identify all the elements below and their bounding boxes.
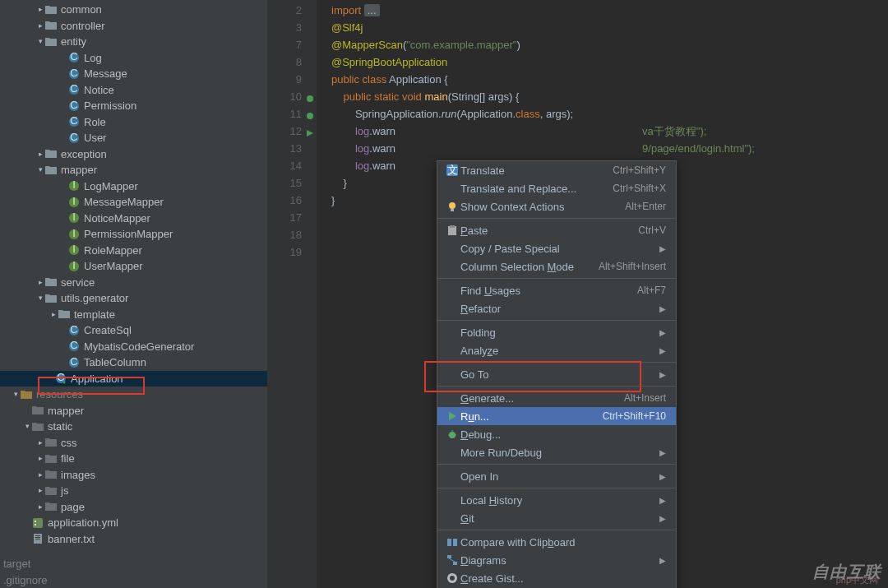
menu-git[interactable]: Git▶ xyxy=(437,509,676,527)
folder-icon xyxy=(44,292,58,305)
tree-item-role[interactable]: CRole xyxy=(0,114,267,131)
tree-item-common[interactable]: ▸common xyxy=(0,2,267,18)
tree-item-controller[interactable]: ▸controller xyxy=(0,18,267,35)
tree-item-file[interactable]: ▸file xyxy=(0,451,267,467)
tree-item-user[interactable]: CUser xyxy=(0,130,267,146)
expand-arrow[interactable]: ▾ xyxy=(36,162,44,178)
menu-shortcut: Alt+F7 xyxy=(637,285,666,296)
tree-item-images[interactable]: ▸images xyxy=(0,467,267,484)
menu-show-context-actions[interactable]: Show Context ActionsAlt+Enter xyxy=(437,197,676,215)
tree-item-application[interactable]: CApplication xyxy=(0,371,267,387)
menu-go-to[interactable]: Go To▶ xyxy=(437,365,676,383)
folder-g-icon xyxy=(44,468,58,481)
tree-item-message[interactable]: CMessage xyxy=(0,66,267,82)
tree-item-createsql[interactable]: CCreateSql xyxy=(0,322,267,339)
expand-arrow[interactable]: ▸ xyxy=(36,146,44,163)
tree-item-js[interactable]: ▸js xyxy=(0,483,267,499)
expand-arrow[interactable]: ▸ xyxy=(36,483,44,499)
tree-item-service[interactable]: ▸service xyxy=(0,275,267,291)
expand-arrow[interactable]: ▸ xyxy=(49,307,58,323)
svg-text:C: C xyxy=(70,356,77,368)
svg-text:C: C xyxy=(70,324,77,336)
menu-paste[interactable]: PasteCtrl+V xyxy=(437,221,676,239)
menu-find-usages[interactable]: Find UsagesAlt+F7 xyxy=(437,281,676,299)
menu-create-gist[interactable]: Create Gist... xyxy=(437,569,676,587)
menu-open-in[interactable]: Open In▶ xyxy=(437,467,676,485)
tree-item-logmapper[interactable]: ILogMapper xyxy=(0,178,267,195)
gh-icon xyxy=(444,572,460,584)
tree-label: MessageMapper xyxy=(84,194,164,211)
menu-generate[interactable]: Generate...Alt+Insert xyxy=(437,389,676,407)
svg-text:I: I xyxy=(72,243,76,255)
tree-item-mybatiscodegenerator[interactable]: CMybatisCodeGenerator xyxy=(0,339,267,355)
menu-debug[interactable]: Debug... xyxy=(437,425,676,443)
expand-arrow[interactable]: ▸ xyxy=(36,451,44,467)
expand-arrow[interactable]: ▾ xyxy=(36,34,44,50)
svg-line-55 xyxy=(449,558,455,562)
tree-item-banner-txt[interactable]: banner.txt xyxy=(0,531,267,548)
tree-item-utils-generator[interactable]: ▾utils.generator xyxy=(0,290,267,307)
tree-target[interactable]: target xyxy=(0,556,267,572)
project-tree[interactable]: ▸common▸controller▾entityCLogCMessageCNo… xyxy=(0,0,267,556)
menu-folding[interactable]: Folding▶ xyxy=(437,323,676,341)
context-menu: 文TranslateCtrl+Shift+YTranslate and Repl… xyxy=(437,160,677,588)
tree-item-mapper[interactable]: mapper xyxy=(0,403,267,419)
menu-separator xyxy=(437,464,676,465)
tree-item-rolemapper[interactable]: IRoleMapper xyxy=(0,243,267,259)
menu-column-selection-mode[interactable]: Column Selection ModeAlt+Shift+Insert xyxy=(437,257,676,275)
expand-arrow[interactable]: ▾ xyxy=(12,387,20,403)
menu-translate-and-replace[interactable]: Translate and Replace...Ctrl+Shift+X xyxy=(437,179,676,197)
menu-separator xyxy=(437,386,676,387)
expand-arrow[interactable]: ▸ xyxy=(36,435,44,451)
menu-local-history[interactable]: Local History▶ xyxy=(437,491,676,509)
expand-arrow[interactable]: ▾ xyxy=(23,419,31,435)
menu-diagrams[interactable]: Diagrams▶ xyxy=(437,551,676,569)
menu-compare-with-clipboard[interactable]: Compare with Clipboard xyxy=(437,533,676,551)
tree-item-template[interactable]: ▸template xyxy=(0,307,267,323)
yml-icon xyxy=(31,516,44,530)
menu-refactor[interactable]: Refactor▶ xyxy=(437,299,676,317)
menu-translate[interactable]: 文TranslateCtrl+Shift+Y xyxy=(437,161,676,179)
tree-item-messagemapper[interactable]: IMessageMapper xyxy=(0,194,267,211)
tree-item-entity[interactable]: ▾entity xyxy=(0,34,267,50)
folder-icon xyxy=(44,164,58,177)
class-r-icon: C xyxy=(54,372,67,385)
menu-copy-paste-special[interactable]: Copy / Paste Special▶ xyxy=(437,239,676,257)
tree-label: TableColumn xyxy=(84,354,146,371)
bug-icon xyxy=(444,428,460,440)
tree-item-page[interactable]: ▸page xyxy=(0,499,267,516)
tree-item-permission[interactable]: CPermission xyxy=(0,98,267,114)
tree-item-noticemapper[interactable]: INoticeMapper xyxy=(0,211,267,227)
tree-item-exception[interactable]: ▸exception xyxy=(0,146,267,163)
expand-arrow[interactable]: ▸ xyxy=(36,18,44,35)
tree-item-static[interactable]: ▾static xyxy=(0,419,267,435)
tree-item-resources[interactable]: ▾resources xyxy=(0,387,267,403)
tree-item-tablecolumn[interactable]: CTableColumn xyxy=(0,354,267,371)
menu-analyze[interactable]: Analyze▶ xyxy=(437,341,676,359)
tree-item-notice[interactable]: CNotice xyxy=(0,82,267,99)
tree-item-application-yml[interactable]: application.yml xyxy=(0,515,267,531)
menu-label: More Run/Debug xyxy=(460,447,653,459)
svg-point-47 xyxy=(449,432,456,438)
menu-label: Analyze xyxy=(460,345,653,357)
expand-arrow[interactable]: ▸ xyxy=(36,467,44,484)
folder-g-icon xyxy=(44,436,58,449)
tree-item-permissionmapper[interactable]: IPermissionMapper xyxy=(0,226,267,243)
expand-arrow[interactable]: ▸ xyxy=(36,275,44,291)
tree-label: UserMapper xyxy=(84,258,143,275)
menu-more-run-debug[interactable]: More Run/Debug▶ xyxy=(437,443,676,461)
tree-item-mapper[interactable]: ▾mapper xyxy=(0,162,267,178)
tree-item-log[interactable]: CLog xyxy=(0,50,267,67)
menu-shortcut: Ctrl+Shift+F10 xyxy=(603,410,666,422)
expand-arrow[interactable]: ▾ xyxy=(36,290,44,307)
bt-icon: 文 xyxy=(444,164,460,176)
expand-arrow[interactable]: ▸ xyxy=(36,499,44,516)
tree-item-usermapper[interactable]: IUserMapper xyxy=(0,258,267,275)
tree-gitignore[interactable]: .gitignore xyxy=(0,572,267,589)
tree-item-css[interactable]: ▸css xyxy=(0,435,267,451)
expand-arrow[interactable]: ▸ xyxy=(36,2,44,18)
menu-label: Open In xyxy=(460,470,653,483)
menu-run[interactable]: Run...Ctrl+Shift+F10 xyxy=(437,407,676,425)
menu-label: Copy / Paste Special xyxy=(460,243,653,255)
tree-label: exception xyxy=(61,146,107,163)
